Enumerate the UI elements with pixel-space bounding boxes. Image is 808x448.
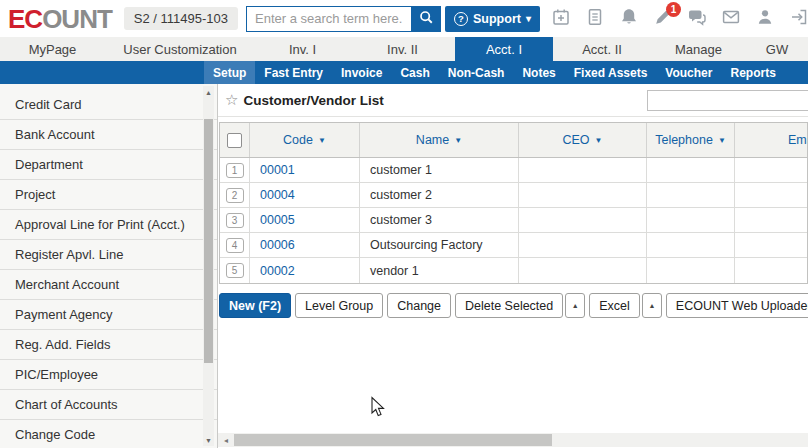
horizontal-scrollbar[interactable]: ◂ — [218, 433, 808, 447]
action-button-bar: New (F2) Level Group Change Delete Selec… — [219, 293, 808, 318]
tab-inv-1[interactable]: Inv. I — [255, 37, 350, 61]
sidebar-scrollbar-thumb[interactable] — [204, 119, 213, 363]
telephone-cell — [647, 208, 735, 232]
sidebar-scrollbar[interactable]: ▲ ▼ — [203, 86, 214, 446]
code-link[interactable]: 00002 — [260, 264, 295, 278]
delete-selected-menu-button[interactable]: ▲ — [565, 293, 585, 318]
tab-inv-2[interactable]: Inv. II — [350, 37, 455, 61]
sidebar-item-payment-agency[interactable]: Payment Agency — [0, 300, 217, 330]
logo-text-red: EC — [8, 4, 42, 34]
code-link[interactable]: 00001 — [260, 163, 295, 177]
question-icon: ? — [454, 12, 468, 26]
tab-gw[interactable]: GW — [746, 37, 808, 61]
favorite-star-icon[interactable]: ☆ — [225, 91, 238, 109]
select-all-cell — [220, 123, 250, 157]
sidebar-item-bank-account[interactable]: Bank Account — [0, 120, 217, 150]
tab-acct-1[interactable]: Acct. I — [455, 37, 553, 61]
web-uploader-button[interactable]: ECOUNT Web Uploader — [666, 293, 808, 318]
sidebar-item-merchant-account[interactable]: Merchant Account — [0, 270, 217, 300]
delete-selected-button[interactable]: Delete Selected — [455, 293, 563, 318]
scroll-down-icon[interactable]: ▼ — [203, 434, 214, 446]
row-number-button[interactable]: 4 — [226, 238, 244, 253]
profile-button[interactable] — [754, 8, 776, 30]
mail-icon — [721, 7, 741, 30]
sidebar-item-chart-of-accounts[interactable]: Chart of Accounts — [0, 390, 217, 420]
horizontal-scrollbar-thumb[interactable] — [234, 434, 552, 446]
caret-down-icon: ▾ — [526, 13, 531, 24]
code-cell: 00004 — [250, 183, 360, 207]
column-header-name[interactable]: Name▼ — [360, 123, 519, 157]
row-number-cell: 4 — [220, 233, 250, 257]
menu-fixed-assets[interactable]: Fixed Assets — [565, 61, 657, 84]
sub-menu-bar: Setup Fast Entry Invoice Cash Non-Cash N… — [0, 61, 808, 84]
column-header-email[interactable]: Email▼ — [735, 123, 808, 157]
menu-voucher[interactable]: Voucher — [656, 61, 721, 84]
menu-setup[interactable]: Setup — [204, 61, 255, 84]
sidebar-item-pic-employee[interactable]: PIC/Employee — [0, 360, 217, 390]
row-number-cell: 2 — [220, 183, 250, 207]
column-header-ceo[interactable]: CEO▼ — [519, 123, 647, 157]
code-link[interactable]: 00004 — [260, 188, 295, 202]
telephone-cell — [647, 158, 735, 182]
tab-manage[interactable]: Manage — [651, 37, 746, 61]
list-filter-input[interactable] — [647, 90, 808, 111]
search-button[interactable] — [411, 6, 441, 32]
page-body: Credit Card Bank Account Department Proj… — [0, 84, 808, 448]
name-cell: customer 1 — [360, 158, 519, 182]
sidebar-item-approval-line-print[interactable]: Approval Line for Print (Acct.) — [0, 210, 217, 240]
code-link[interactable]: 00005 — [260, 213, 295, 227]
alerts-button[interactable] — [618, 8, 640, 30]
row-number-button[interactable]: 5 — [226, 263, 244, 278]
customer-vendor-table: Code▼ Name▼ CEO▼ Telephone▼ Email▼ 1 000… — [219, 122, 808, 284]
scroll-left-icon[interactable]: ◂ — [220, 433, 232, 447]
row-number-button[interactable]: 3 — [226, 213, 244, 228]
menu-notes[interactable]: Notes — [513, 61, 564, 84]
logout-button[interactable] — [788, 8, 808, 30]
page-title: Customer/Vendor List — [243, 93, 383, 108]
mail-button[interactable] — [720, 8, 742, 30]
sidebar-item-credit-card[interactable]: Credit Card — [0, 90, 217, 120]
select-all-checkbox[interactable] — [227, 133, 242, 148]
table-row: 5 00002 vendor 1 — [220, 258, 808, 283]
menu-reports[interactable]: Reports — [721, 61, 784, 84]
menu-non-cash[interactable]: Non-Cash — [439, 61, 514, 84]
sort-down-icon: ▼ — [718, 135, 726, 145]
title-row: ☆ Customer/Vendor List — [218, 84, 808, 117]
code-link[interactable]: 00006 — [260, 238, 295, 252]
main-content: ☆ Customer/Vendor List Code▼ Name▼ CEO▼ … — [218, 84, 808, 448]
new-button[interactable]: New (F2) — [219, 293, 291, 318]
row-number-button[interactable]: 2 — [226, 188, 244, 203]
scroll-up-icon[interactable]: ▲ — [203, 86, 214, 98]
logout-icon — [789, 7, 808, 30]
level-group-button[interactable]: Level Group — [295, 293, 383, 318]
name-cell: Outsourcing Factory — [360, 233, 519, 257]
tab-acct-2[interactable]: Acct. II — [553, 37, 651, 61]
chat-button[interactable] — [686, 8, 708, 30]
calendar-add-button[interactable] — [550, 8, 572, 30]
tab-mypage[interactable]: MyPage — [0, 37, 105, 61]
sidebar-item-reg-add-fields[interactable]: Reg. Add. Fields — [0, 330, 217, 360]
menu-fast-entry[interactable]: Fast Entry — [255, 61, 332, 84]
compose-button[interactable]: 1 — [652, 8, 674, 30]
excel-menu-button[interactable]: ▲ — [642, 293, 662, 318]
tab-user-customization[interactable]: User Customization — [105, 37, 255, 61]
menu-cash[interactable]: Cash — [391, 61, 438, 84]
sidebar-item-register-apvl-line[interactable]: Register Apvl. Line — [0, 240, 217, 270]
sidebar-item-change-code[interactable]: Change Code — [0, 420, 217, 448]
row-number-button[interactable]: 1 — [226, 163, 244, 178]
code-cell: 00002 — [250, 258, 360, 283]
column-header-telephone[interactable]: Telephone▼ — [647, 123, 735, 157]
column-header-code[interactable]: Code▼ — [250, 123, 360, 157]
email-cell — [735, 233, 808, 257]
menu-invoice[interactable]: Invoice — [332, 61, 391, 84]
row-number-cell: 1 — [220, 158, 250, 182]
change-button[interactable]: Change — [387, 293, 451, 318]
ecount-logo[interactable]: ECOUNT — [8, 6, 112, 32]
notes-button[interactable] — [584, 8, 606, 30]
ceo-cell — [519, 158, 647, 182]
global-search-input[interactable] — [246, 6, 411, 32]
sidebar-item-department[interactable]: Department — [0, 150, 217, 180]
support-button[interactable]: ? Support ▾ — [445, 6, 540, 32]
sidebar-item-project[interactable]: Project — [0, 180, 217, 210]
excel-button[interactable]: Excel — [589, 293, 640, 318]
